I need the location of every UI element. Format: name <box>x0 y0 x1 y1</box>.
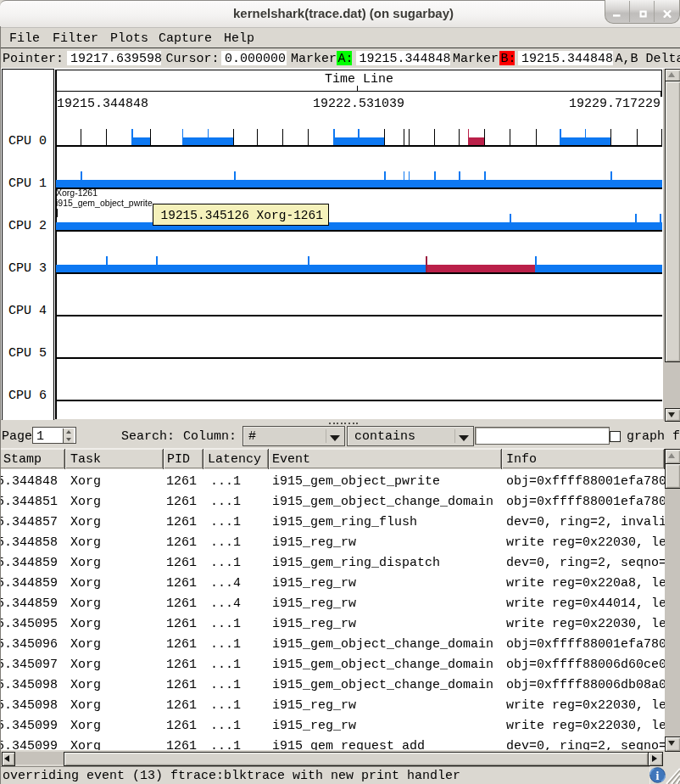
svg-text:i: i <box>656 770 660 782</box>
